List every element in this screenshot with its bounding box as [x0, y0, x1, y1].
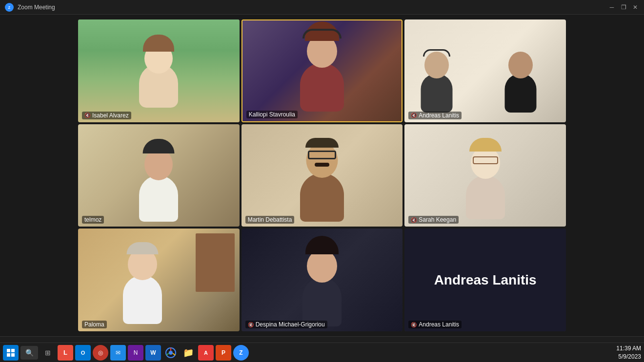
svg-rect-21 [11, 353, 15, 357]
svg-rect-20 [7, 353, 10, 357]
bookshelf-paloma [196, 233, 235, 292]
glasses-sarah [473, 156, 498, 164]
close-button[interactable]: ✕ [631, 3, 639, 11]
video-bg-kalliopi [242, 20, 402, 121]
body-kalliopi [300, 63, 344, 112]
taskbar-app-purple[interactable]: N [128, 345, 143, 361]
head-martin [306, 143, 338, 178]
mute-icon-andreas-bottom: 🔇 [411, 322, 417, 327]
andreas-display-text: Andreas Lanitis [434, 272, 537, 288]
body-paloma [123, 275, 162, 324]
svg-rect-18 [7, 349, 10, 352]
taskbar-app-word[interactable]: W [145, 345, 161, 361]
name-label-martin: Martin Debattista [245, 216, 295, 224]
video-cell-paloma: Paloma [78, 229, 240, 331]
zoom-logo-icon: Z [5, 3, 14, 12]
windows-start-button[interactable] [3, 345, 19, 361]
windows-taskbar: 🔍 ⊞ L O ◎ ✉ N W 📁 A P Z 11:39 AM [0, 343, 644, 362]
body-andreas2 [505, 74, 537, 113]
taskbar-taskview-button[interactable]: ⊞ [40, 345, 56, 361]
video-cell-sarah: ··· 🔇 Sarah Keegan [404, 124, 566, 227]
video-bg-andreas-bottom: Andreas Lanitis [404, 229, 566, 331]
taskbar-clock: 11:39 AM 5/9/2023 [616, 344, 641, 361]
window-controls: ─ ❐ ✕ [608, 3, 639, 11]
body-andreas1 [421, 74, 453, 113]
mute-icon-isabel: 🔇 [84, 113, 90, 118]
headphones-kalliopi [302, 29, 342, 38]
taskbar-app-folder[interactable]: 📁 [181, 345, 196, 361]
taskbar-app-zoom[interactable]: Z [233, 345, 249, 361]
window-title: Zoom Meeting [18, 4, 55, 11]
taskbar-search-button[interactable]: 🔍 [20, 346, 38, 360]
body-despina [302, 278, 342, 326]
video-cell-martin: Martin Debattista [242, 124, 403, 227]
video-bg-telmoz [78, 124, 240, 227]
taskbar-date: 5/9/2023 [616, 353, 641, 361]
name-label-isabel: 🔇 Isabel Alvarez [82, 112, 131, 119]
video-bg-andreas-top [404, 19, 566, 122]
name-label-paloma: Paloma [82, 321, 107, 328]
body-telmoz [139, 175, 178, 222]
video-bg-sarah [404, 124, 566, 227]
mute-icon-andreas-top: 🔇 [411, 113, 417, 118]
taskbar-app-ppt[interactable]: P [216, 345, 231, 361]
svg-rect-19 [11, 349, 15, 352]
video-grid: 🔇 Isabel Alvarez Kalliopi Stavroulia [0, 15, 644, 336]
name-label-telmoz: telmoz [82, 216, 104, 224]
taskbar-app-l[interactable]: L [58, 345, 73, 361]
headphones-andreas1 [423, 49, 450, 57]
body-martin [300, 173, 344, 222]
mute-icon-sarah: 🔇 [411, 217, 417, 223]
video-cell-andreas-top: 🔇 Andreas Lanitis [404, 19, 566, 122]
name-label-andreas-bottom: 🔇 Andreas Lanitis [408, 321, 462, 328]
video-cell-telmoz: telmoz [78, 124, 240, 227]
video-bg-isabel [78, 19, 240, 122]
title-bar-left: Z Zoom Meeting [5, 3, 55, 12]
glasses-martin [308, 151, 336, 159]
taskbar-time: 11:39 AM [616, 344, 641, 353]
taskbar-app-outlook[interactable]: O [75, 345, 91, 361]
video-cell-despina: 🔇 Despina Michael-Grigoriou [242, 229, 403, 331]
name-label-andreas-top: 🔇 Andreas Lanitis [408, 112, 462, 119]
name-label-despina: 🔇 Despina Michael-Grigoriou [245, 321, 327, 328]
taskbar-app-chrome[interactable] [163, 345, 179, 361]
taskbar-app-red[interactable]: ◎ [93, 345, 108, 361]
title-bar: Z Zoom Meeting ─ ❐ ✕ [0, 0, 644, 15]
name-label-kalliopi: Kalliopi Stavroulia [246, 111, 298, 118]
video-bg-despina [242, 229, 403, 331]
taskbar-app-mail[interactable]: ✉ [110, 345, 126, 361]
video-cell-kalliopi: Kalliopi Stavroulia [242, 19, 403, 122]
name-label-sarah: 🔇 Sarah Keegan [408, 216, 459, 224]
video-cell-andreas-bottom: Andreas Lanitis 🔇 Andreas Lanitis [404, 229, 566, 331]
svg-text:Z: Z [8, 6, 11, 9]
hair-martin [305, 138, 339, 148]
mustache-martin [315, 163, 329, 167]
minimize-button[interactable]: ─ [608, 3, 616, 11]
restore-button[interactable]: ❐ [620, 3, 627, 11]
video-bg-martin [242, 124, 403, 227]
video-bg-paloma [78, 229, 240, 331]
mute-icon-despina: 🔇 [248, 322, 254, 327]
taskbar-app-pdf[interactable]: A [198, 345, 214, 361]
svg-point-23 [169, 351, 173, 355]
video-cell-isabel: 🔇 Isabel Alvarez [78, 19, 240, 122]
head-andreas2 [508, 52, 533, 78]
head-despina [307, 249, 337, 283]
body-sarah [466, 175, 505, 219]
